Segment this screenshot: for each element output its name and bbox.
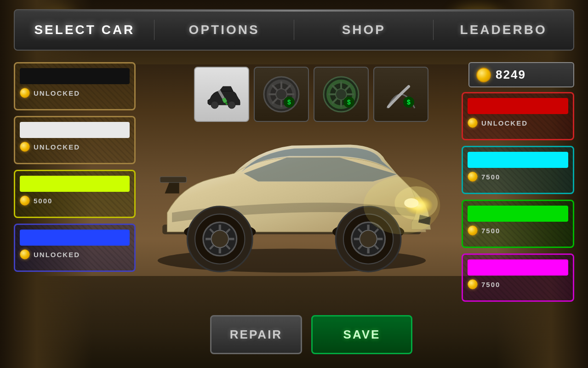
swatch-label-black: UNLOCKED: [34, 89, 80, 97]
color-bar-black: [20, 68, 130, 84]
swatch-label-green: 7500: [481, 227, 500, 235]
color-bar-blue: [20, 230, 130, 246]
svg-text:$: $: [347, 98, 351, 106]
nav-select-car[interactable]: SELECT CAR: [15, 13, 154, 46]
wheel-dark-svg: $: [261, 74, 302, 115]
coin-icon-green: [468, 225, 478, 236]
color-swatch-green[interactable]: 7500: [462, 200, 574, 248]
right-color-panel: UNLOCKED 7500 7500 7500: [462, 92, 574, 302]
left-color-panel: UNLOCKED UNLOCKED 5000 UNLOCKED: [14, 62, 136, 272]
custom-wheel2-icon[interactable]: $: [314, 67, 369, 122]
nav-leaderboard[interactable]: LEADERBO: [434, 13, 573, 46]
swatch-label-blue: UNLOCKED: [34, 251, 80, 259]
coin-icon-pink: [468, 279, 478, 289]
custom-wheel1-icon[interactable]: $: [254, 67, 309, 122]
bottom-buttons: REPAIR SAVE: [170, 315, 452, 354]
swatch-status-black: UNLOCKED: [20, 88, 130, 98]
svg-point-1: [228, 101, 235, 109]
color-swatch-yellow[interactable]: 5000: [14, 170, 136, 218]
currency-value: 8249: [496, 68, 526, 82]
svg-point-0: [211, 101, 218, 109]
svg-point-56: [360, 230, 377, 247]
custom-wiper-icon[interactable]: $: [373, 67, 428, 122]
svg-point-7: [276, 89, 287, 100]
repair-button[interactable]: REPAIR: [210, 315, 302, 354]
wheel-green-svg: $: [320, 74, 362, 115]
coin-icon-cyan: [468, 172, 478, 182]
nav-options[interactable]: OPTIONS: [154, 13, 294, 46]
save-button[interactable]: SAVE: [311, 315, 412, 354]
swatch-label-pink: 7500: [481, 281, 500, 288]
game-container: SELECT CAR OPTIONS SHOP LEADERBO 8249: [0, 0, 588, 368]
svg-point-44: [211, 230, 228, 247]
svg-text:$: $: [407, 98, 411, 106]
color-swatch-black[interactable]: UNLOCKED: [14, 62, 136, 110]
coin-icon-blue: [20, 249, 30, 259]
swatch-label-yellow: 5000: [34, 197, 52, 205]
color-swatch-blue[interactable]: UNLOCKED: [14, 224, 136, 272]
color-bar-white: [20, 122, 130, 138]
coin-icon: [476, 68, 491, 82]
coin-icon-black: [20, 88, 30, 98]
coin-icon-white: [20, 142, 30, 152]
color-bar-red: [468, 98, 568, 114]
color-bar-yellow: [20, 176, 130, 192]
color-bar-cyan: [468, 152, 568, 168]
color-bar-green: [468, 206, 568, 222]
swatch-label-red: UNLOCKED: [481, 119, 528, 127]
svg-rect-38: [160, 177, 186, 182]
color-bar-pink: [468, 259, 568, 276]
nav-shop[interactable]: SHOP: [294, 13, 434, 46]
swatch-label-white: UNLOCKED: [34, 143, 80, 151]
wiper-svg: $: [380, 74, 422, 115]
swatch-status-white: UNLOCKED: [20, 142, 130, 152]
swatch-status-blue: UNLOCKED: [20, 249, 130, 259]
svg-point-66: [364, 177, 440, 234]
color-swatch-red[interactable]: UNLOCKED: [462, 92, 574, 140]
swatch-status-cyan: 7500: [468, 172, 568, 182]
swatch-label-cyan: 7500: [481, 173, 500, 181]
color-swatch-pink[interactable]: 7500: [462, 253, 574, 302]
swatch-status-red: UNLOCKED: [468, 118, 568, 128]
custom-icons-row: $ $: [170, 67, 452, 122]
color-swatch-cyan[interactable]: 7500: [462, 146, 574, 194]
custom-paint-icon[interactable]: [194, 67, 249, 122]
svg-point-20: [336, 89, 347, 100]
swatch-status-pink: 7500: [468, 279, 568, 289]
svg-text:$: $: [287, 98, 291, 106]
paint-brush-svg: [201, 74, 242, 115]
coin-icon-red: [468, 118, 478, 128]
swatch-status-yellow: 5000: [20, 196, 130, 206]
currency-display: 8249: [468, 62, 574, 87]
coin-icon-yellow: [20, 196, 30, 206]
swatch-status-green: 7500: [468, 225, 568, 236]
color-swatch-white[interactable]: UNLOCKED: [14, 116, 136, 164]
nav-bar: SELECT CAR OPTIONS SHOP LEADERBO: [14, 9, 574, 51]
